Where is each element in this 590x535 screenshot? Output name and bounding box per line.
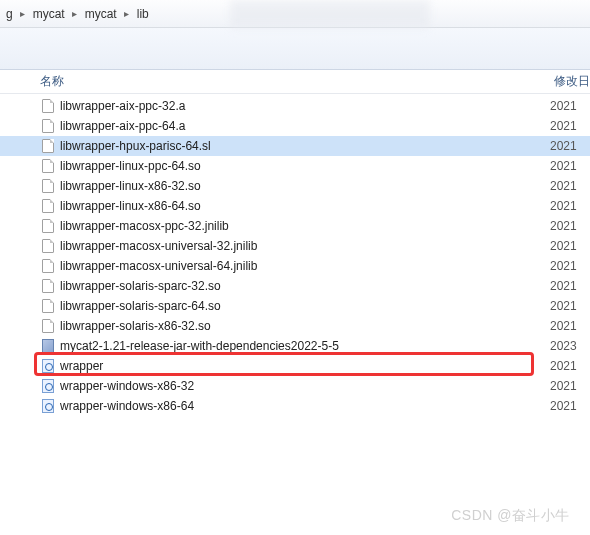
file-pane: 名称 修改日 libwrapper-aix-ppc-32.a2021libwra… bbox=[0, 70, 590, 416]
file-row[interactable]: libwrapper-aix-ppc-64.a2021 bbox=[0, 116, 590, 136]
file-icon bbox=[40, 158, 56, 174]
file-name: libwrapper-linux-x86-64.so bbox=[60, 199, 550, 213]
file-list: libwrapper-aix-ppc-32.a2021libwrapper-ai… bbox=[0, 94, 590, 416]
column-headers: 名称 修改日 bbox=[0, 70, 590, 94]
file-name: libwrapper-macosx-ppc-32.jnilib bbox=[60, 219, 550, 233]
html-icon bbox=[40, 398, 56, 414]
column-date[interactable]: 修改日 bbox=[550, 73, 590, 90]
file-icon bbox=[40, 178, 56, 194]
file-date: 2021 bbox=[550, 179, 590, 193]
file-row[interactable]: libwrapper-solaris-sparc-64.so2021 bbox=[0, 296, 590, 316]
file-row[interactable]: libwrapper-hpux-parisc-64.sl2021 bbox=[0, 136, 590, 156]
file-name: libwrapper-aix-ppc-32.a bbox=[60, 99, 550, 113]
file-row[interactable]: libwrapper-macosx-universal-64.jnilib202… bbox=[0, 256, 590, 276]
file-date: 2021 bbox=[550, 379, 590, 393]
file-row[interactable]: libwrapper-solaris-x86-32.so2021 bbox=[0, 316, 590, 336]
file-row[interactable]: libwrapper-solaris-sparc-32.so2021 bbox=[0, 276, 590, 296]
file-name: wrapper-windows-x86-64 bbox=[60, 399, 550, 413]
file-icon bbox=[40, 238, 56, 254]
file-date: 2021 bbox=[550, 99, 590, 113]
file-icon bbox=[40, 318, 56, 334]
column-name[interactable]: 名称 bbox=[40, 73, 550, 90]
file-icon bbox=[40, 138, 56, 154]
file-date: 2021 bbox=[550, 319, 590, 333]
file-name: libwrapper-aix-ppc-64.a bbox=[60, 119, 550, 133]
file-date: 2021 bbox=[550, 299, 590, 313]
chevron-right-icon[interactable]: ▸ bbox=[67, 4, 83, 24]
breadcrumb-item-0[interactable]: mycat bbox=[31, 7, 67, 21]
file-row[interactable]: wrapper-windows-x86-642021 bbox=[0, 396, 590, 416]
file-icon bbox=[40, 98, 56, 114]
file-date: 2021 bbox=[550, 219, 590, 233]
file-icon bbox=[40, 278, 56, 294]
breadcrumb: g ▸ mycat ▸ mycat ▸ lib bbox=[0, 0, 590, 28]
file-row[interactable]: wrapper2021 bbox=[0, 356, 590, 376]
breadcrumb-item-2[interactable]: lib bbox=[135, 7, 151, 21]
file-row[interactable]: libwrapper-aix-ppc-32.a2021 bbox=[0, 96, 590, 116]
file-date: 2021 bbox=[550, 399, 590, 413]
file-date: 2021 bbox=[550, 259, 590, 273]
file-row[interactable]: libwrapper-linux-ppc-64.so2021 bbox=[0, 156, 590, 176]
file-icon bbox=[40, 258, 56, 274]
breadcrumb-root[interactable]: g bbox=[4, 7, 15, 21]
file-row[interactable]: mycat2-1.21-release-jar-with-dependencie… bbox=[0, 336, 590, 356]
file-name: wrapper-windows-x86-32 bbox=[60, 379, 550, 393]
jar-icon bbox=[40, 338, 56, 354]
file-date: 2021 bbox=[550, 279, 590, 293]
file-name: wrapper bbox=[60, 359, 550, 373]
watermark: CSDN @奋斗小牛 bbox=[451, 507, 570, 525]
file-name: libwrapper-solaris-x86-32.so bbox=[60, 319, 550, 333]
file-row[interactable]: libwrapper-linux-x86-32.so2021 bbox=[0, 176, 590, 196]
file-row[interactable]: libwrapper-linux-x86-64.so2021 bbox=[0, 196, 590, 216]
chevron-right-icon[interactable]: ▸ bbox=[15, 4, 31, 24]
file-row[interactable]: libwrapper-macosx-universal-32.jnilib202… bbox=[0, 236, 590, 256]
file-name: libwrapper-macosx-universal-32.jnilib bbox=[60, 239, 550, 253]
file-date: 2021 bbox=[550, 139, 590, 153]
toolbar-area bbox=[0, 28, 590, 70]
html-icon bbox=[40, 378, 56, 394]
chevron-right-icon[interactable]: ▸ bbox=[119, 4, 135, 24]
file-row[interactable]: wrapper-windows-x86-322021 bbox=[0, 376, 590, 396]
file-name: libwrapper-hpux-parisc-64.sl bbox=[60, 139, 550, 153]
html-icon bbox=[40, 358, 56, 374]
file-date: 2023 bbox=[550, 339, 590, 353]
file-row[interactable]: libwrapper-macosx-ppc-32.jnilib2021 bbox=[0, 216, 590, 236]
file-name: libwrapper-linux-ppc-64.so bbox=[60, 159, 550, 173]
blurred-region bbox=[230, 0, 430, 28]
file-icon bbox=[40, 198, 56, 214]
file-name: mycat2-1.21-release-jar-with-dependencie… bbox=[60, 339, 550, 353]
file-name: libwrapper-solaris-sparc-64.so bbox=[60, 299, 550, 313]
file-icon bbox=[40, 218, 56, 234]
file-icon bbox=[40, 118, 56, 134]
file-icon bbox=[40, 298, 56, 314]
file-name: libwrapper-macosx-universal-64.jnilib bbox=[60, 259, 550, 273]
file-name: libwrapper-linux-x86-32.so bbox=[60, 179, 550, 193]
breadcrumb-item-1[interactable]: mycat bbox=[83, 7, 119, 21]
file-date: 2021 bbox=[550, 159, 590, 173]
file-date: 2021 bbox=[550, 119, 590, 133]
file-name: libwrapper-solaris-sparc-32.so bbox=[60, 279, 550, 293]
file-date: 2021 bbox=[550, 359, 590, 373]
file-date: 2021 bbox=[550, 239, 590, 253]
file-date: 2021 bbox=[550, 199, 590, 213]
